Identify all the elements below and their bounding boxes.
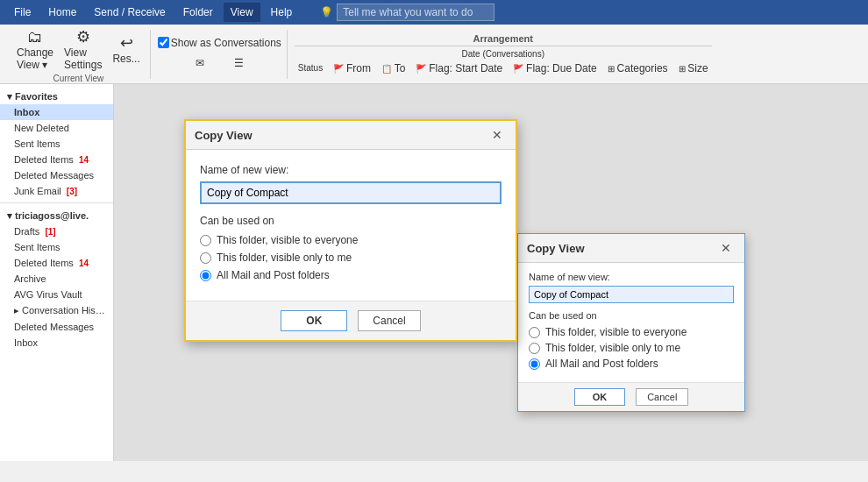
status-btn[interactable]: Status bbox=[295, 62, 326, 74]
messages-icon-btn[interactable]: ✉ bbox=[182, 54, 217, 72]
dialog-primary-footer: OK Cancel bbox=[186, 301, 516, 340]
compact-icon: ☰ bbox=[234, 57, 244, 69]
copy-view-dialog-secondary: Copy View ✕ Name of new view: Can be use… bbox=[517, 233, 745, 412]
change-view-icon: 🗂 bbox=[27, 28, 43, 46]
copy-view-dialog-primary: Copy View ✕ Name of new view: Can be use… bbox=[184, 119, 517, 342]
sidebar-item-new-deleted[interactable]: New Deleted bbox=[0, 120, 113, 136]
reset-icon: ↩ bbox=[120, 33, 133, 53]
dialog-secondary-cancel-button[interactable]: Cancel bbox=[636, 388, 688, 406]
menu-send-receive[interactable]: Send / Receive bbox=[87, 3, 172, 22]
show-as-conversations-check[interactable]: Show as Conversations bbox=[158, 37, 281, 49]
sidebar-item-deleted-favorites[interactable]: Deleted Items 14 bbox=[0, 152, 113, 167]
sidebar-item-deleted-messages[interactable]: Deleted Messages bbox=[0, 319, 113, 335]
main-layout: ▾ Favorites Inbox New Deleted Sent Items… bbox=[0, 84, 868, 461]
view-settings-button[interactable]: ⚙ ViewSettings bbox=[60, 25, 106, 74]
sidebar-item-deleted[interactable]: Deleted Items 14 bbox=[0, 255, 113, 271]
sidebar-item-conversation[interactable]: ▸ Conversation History bbox=[0, 302, 113, 319]
reset-view-button[interactable]: ↩ Res... bbox=[108, 31, 144, 67]
menu-bar: File Home Send / Receive Folder View Hel… bbox=[0, 0, 868, 25]
dialog-secondary-ok-button[interactable]: OK bbox=[574, 388, 626, 406]
sidebar: ▾ Favorites Inbox New Deleted Sent Items… bbox=[0, 84, 114, 461]
date-conversations-btn[interactable]: Date (Conversations) bbox=[459, 48, 548, 60]
dialog-secondary-title: Copy View bbox=[527, 242, 585, 255]
sidebar-item-inbox-favorites[interactable]: Inbox bbox=[0, 104, 113, 120]
sidebar-item-sent[interactable]: Sent Items bbox=[0, 239, 113, 255]
dialog-primary-body: Name of new view: Can be used on This fo… bbox=[186, 150, 516, 301]
radio-all-mail-primary[interactable]: All Mail and Post folders bbox=[200, 269, 502, 281]
dialog-primary-can-be-used-label: Can be used on bbox=[200, 215, 502, 227]
sidebar-item-junk[interactable]: Junk Email [3] bbox=[0, 183, 113, 199]
dialog-primary-name-input[interactable] bbox=[200, 181, 502, 204]
tell-me-input[interactable] bbox=[337, 4, 494, 21]
toolbar-group-arrangement: Arrangement Date (Conversations) Status … bbox=[289, 30, 717, 79]
flag-start-btn[interactable]: 🚩 Flag: Start Date bbox=[412, 61, 506, 75]
radio-all-mail-secondary[interactable]: All Mail and Post folders bbox=[529, 358, 734, 370]
toolbar-group-view: 🗂 ChangeView ▾ ⚙ ViewSettings ↩ Res... C… bbox=[7, 30, 151, 79]
sidebar-item-deleted-messages-fav[interactable]: Deleted Messages bbox=[0, 167, 113, 183]
dialog-secondary-close-button[interactable]: ✕ bbox=[716, 239, 736, 257]
dialog-secondary-name-input[interactable] bbox=[529, 286, 734, 303]
arrangement-label: Arrangement bbox=[295, 33, 712, 46]
from-btn[interactable]: 🚩 From bbox=[330, 61, 374, 75]
to-btn[interactable]: 📋 To bbox=[378, 61, 409, 75]
toolbar-group-conversations: Show as Conversations ✉ ☰ bbox=[153, 30, 288, 79]
account-header[interactable]: ▾ triciagoss@live. bbox=[0, 207, 113, 223]
compact-icon-btn[interactable]: ☰ bbox=[221, 54, 256, 72]
change-view-label: ChangeView ▾ bbox=[17, 46, 53, 71]
dialog-secondary-name-label: Name of new view: bbox=[529, 272, 734, 282]
radio-this-folder-everyone-primary[interactable]: This folder, visible to everyone bbox=[200, 234, 502, 246]
menu-view[interactable]: View bbox=[224, 3, 260, 22]
favorites-header[interactable]: ▾ Favorites bbox=[0, 88, 113, 104]
radio-this-folder-everyone-secondary[interactable]: This folder, visible to everyone bbox=[529, 326, 734, 338]
categories-btn[interactable]: ⊞ Categories bbox=[604, 61, 672, 75]
current-view-label: Current View bbox=[46, 74, 111, 83]
radio-this-folder-me-primary[interactable]: This folder, visible only to me bbox=[200, 252, 502, 264]
dialog-primary-ok-button[interactable]: OK bbox=[281, 310, 347, 331]
dialog-primary-cancel-button[interactable]: Cancel bbox=[358, 310, 420, 331]
dialog-primary-close-button[interactable]: ✕ bbox=[487, 126, 507, 144]
flag-due-btn[interactable]: 🚩 Flag: Due Date bbox=[509, 61, 601, 75]
sidebar-item-inbox[interactable]: Inbox bbox=[0, 335, 113, 351]
menu-folder[interactable]: Folder bbox=[176, 3, 220, 22]
main-content: Copy View ✕ Name of new view: Can be use… bbox=[114, 84, 868, 461]
sidebar-item-sent-favorites[interactable]: Sent Items bbox=[0, 136, 113, 152]
sidebar-item-avg[interactable]: AVG Virus Vault bbox=[0, 287, 113, 302]
menu-file[interactable]: File bbox=[7, 3, 38, 22]
view-settings-icon: ⚙ bbox=[76, 27, 90, 46]
dialog-secondary-can-be-used-label: Can be used on bbox=[529, 310, 734, 321]
sidebar-item-drafts[interactable]: Drafts [1] bbox=[0, 223, 113, 239]
toolbar: 🗂 ChangeView ▾ ⚙ ViewSettings ↩ Res... C… bbox=[0, 25, 868, 84]
view-settings-label: ViewSettings bbox=[64, 46, 102, 71]
menu-home[interactable]: Home bbox=[41, 3, 83, 22]
dialog-secondary-title-bar: Copy View ✕ bbox=[518, 234, 744, 263]
change-view-button[interactable]: 🗂 ChangeView ▾ bbox=[12, 25, 58, 74]
sidebar-divider bbox=[0, 202, 113, 203]
dialog-primary-title: Copy View bbox=[195, 129, 253, 142]
sidebar-item-archive[interactable]: Archive bbox=[0, 271, 113, 287]
menu-help[interactable]: Help bbox=[264, 3, 300, 22]
dialog-secondary-body: Name of new view: Can be used on This fo… bbox=[518, 263, 744, 382]
size-btn[interactable]: ⊞ Size bbox=[675, 61, 712, 75]
dialog-secondary-footer: OK Cancel bbox=[518, 382, 744, 411]
dialog-primary-title-bar: Copy View ✕ bbox=[186, 121, 516, 150]
tell-me-bar: 💡 bbox=[320, 4, 494, 21]
reset-label: Res... bbox=[112, 53, 139, 65]
dialog-primary-name-label: Name of new view: bbox=[200, 164, 502, 176]
radio-this-folder-me-secondary[interactable]: This folder, visible only to me bbox=[529, 342, 734, 354]
messages-icon: ✉ bbox=[196, 57, 204, 69]
lightbulb-icon: 💡 bbox=[320, 6, 333, 18]
